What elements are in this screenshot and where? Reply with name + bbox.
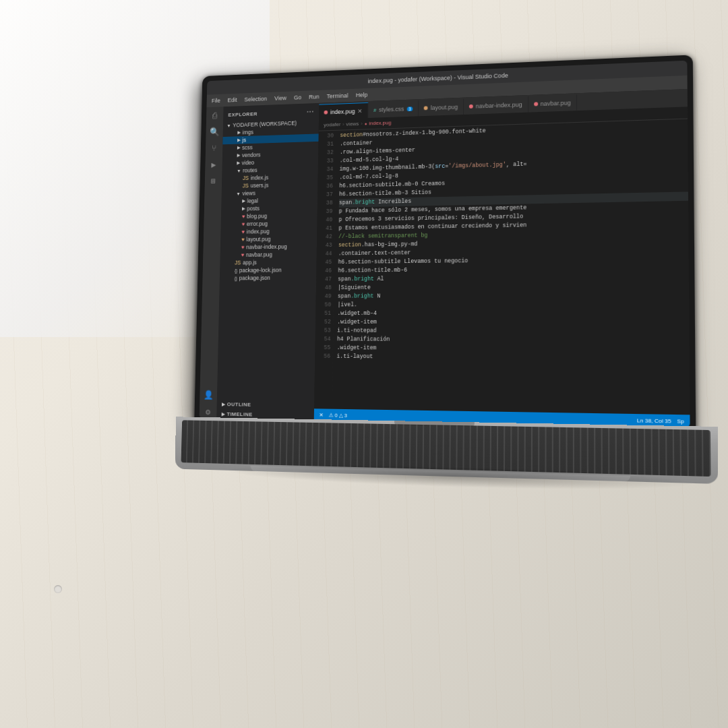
menu-help[interactable]: Help xyxy=(356,92,368,98)
menu-run[interactable]: Run xyxy=(309,94,319,100)
breadcrumb-file[interactable]: ⬥ index.pug xyxy=(364,120,391,127)
status-position: Ln 38, Col 35 xyxy=(637,417,671,424)
editor-main: index.pug ✕ # styles.css 3 layout.pug xyxy=(314,89,690,427)
menu-selection[interactable]: Selection xyxy=(244,96,267,103)
line-51: .widget.mb-4 xyxy=(337,309,689,319)
activity-debug[interactable]: ▶ xyxy=(208,158,220,171)
line-49: span.bright N xyxy=(338,291,689,301)
sidebar-more[interactable]: ··· xyxy=(307,107,314,117)
status-right: Ln 38, Col 35 Sp xyxy=(637,417,684,425)
tab-close-index[interactable]: ✕ xyxy=(357,107,363,114)
tab-styles-css[interactable]: # styles.css 3 xyxy=(368,100,419,118)
window-title: index.pug - yodafer (Workspace) - Visual… xyxy=(368,72,508,84)
main-area: ⎙ 🔍 ⑂ ▶ ⊞ 👤 ⚙ EXPLORER ··· xyxy=(200,89,690,427)
timeline-label: TIMELINE xyxy=(226,411,252,417)
menu-file[interactable]: File xyxy=(212,97,220,104)
breadcrumb-views[interactable]: views xyxy=(346,121,359,127)
activity-explorer[interactable]: ⎙ xyxy=(209,109,221,122)
status-errors: ⚠ 0 △ 3 xyxy=(329,412,347,418)
activity-search[interactable]: 🔍 xyxy=(208,125,220,138)
line-52: .widget-item xyxy=(337,318,689,328)
file-tree: ▼ YODAFER (WORKSPACE) ▶ imgs ▶ js xyxy=(217,119,319,401)
menu-view[interactable]: View xyxy=(274,95,286,102)
tab-layout-pug[interactable]: layout.pug xyxy=(419,99,464,117)
tab-index-pug[interactable]: index.pug ✕ xyxy=(319,102,369,120)
screen-inner: index.pug - yodafer (Workspace) - Visual… xyxy=(200,61,690,428)
vscode-window: index.pug - yodafer (Workspace) - Visual… xyxy=(200,61,690,428)
tab-dot xyxy=(324,110,328,114)
tab-navbar-pug[interactable]: navbar.pug xyxy=(528,94,577,112)
status-spaces: Sp xyxy=(677,418,684,425)
activity-git[interactable]: ⑂ xyxy=(208,142,220,155)
screw-dot xyxy=(54,585,62,593)
tab-navbar-index-pug[interactable]: navbar-index.pug xyxy=(464,96,528,115)
line-50: |ivel. xyxy=(338,300,690,309)
file-package-json[interactable]: {} package.json xyxy=(220,274,317,282)
screen-bezel: index.pug - yodafer (Workspace) - Visual… xyxy=(194,55,696,433)
workspace-arrow: ▼ xyxy=(226,123,231,128)
code-area[interactable]: 30313233 34353637 38394041 42434445 4647… xyxy=(314,119,690,415)
line-56: i.ti-layout xyxy=(336,353,689,364)
code-content[interactable]: section#nosotros.z-index-1.bg-900.font-w… xyxy=(332,119,690,415)
status-branch: ✕ xyxy=(319,412,324,418)
breadcrumb-yodafer[interactable]: yodafer xyxy=(324,121,340,127)
menu-terminal[interactable]: Terminal xyxy=(327,92,348,100)
activity-account[interactable]: 👤 xyxy=(202,389,215,402)
outline-label: OUTLINE xyxy=(227,401,251,407)
menu-go[interactable]: Go xyxy=(294,94,301,101)
activity-extensions[interactable]: ⊞ xyxy=(207,175,219,187)
menu-edit[interactable]: Edit xyxy=(228,96,237,103)
sidebar: EXPLORER ··· ▼ YODAFER (WORKSPACE) ▶ img… xyxy=(216,103,319,421)
sidebar-title: EXPLORER xyxy=(228,111,257,117)
laptop: index.pug - yodafer (Workspace) - Visual… xyxy=(191,53,728,590)
